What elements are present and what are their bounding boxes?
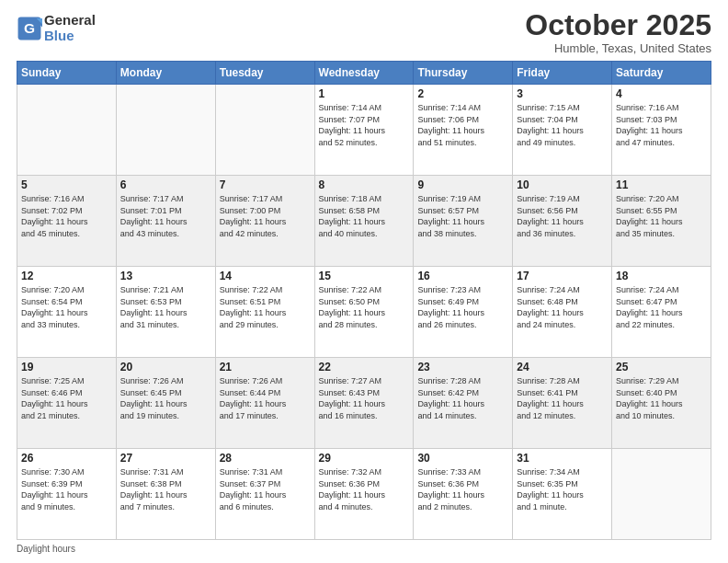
logo-icon: G — [17, 16, 42, 41]
day-number: 7 — [220, 178, 311, 191]
calendar-cell: 2Sunrise: 7:14 AM Sunset: 7:06 PM Daylig… — [414, 85, 513, 176]
calendar-cell: 8Sunrise: 7:18 AM Sunset: 6:58 PM Daylig… — [314, 176, 414, 267]
col-header-friday: Friday — [513, 62, 612, 85]
day-number: 10 — [517, 178, 608, 191]
day-number: 2 — [417, 87, 508, 100]
day-number: 22 — [319, 361, 410, 373]
day-number: 5 — [21, 178, 112, 191]
svg-text:G: G — [24, 19, 35, 35]
day-info: Sunrise: 7:31 AM Sunset: 6:37 PM Dayligh… — [220, 466, 311, 512]
calendar-cell — [215, 85, 314, 176]
calendar-cell: 6Sunrise: 7:17 AM Sunset: 7:01 PM Daylig… — [116, 176, 215, 267]
day-number: 31 — [517, 452, 608, 465]
day-info: Sunrise: 7:21 AM Sunset: 6:53 PM Dayligh… — [120, 284, 211, 330]
day-info: Sunrise: 7:22 AM Sunset: 6:51 PM Dayligh… — [220, 284, 311, 330]
calendar-table: SundayMondayTuesdayWednesdayThursdayFrid… — [17, 61, 711, 540]
logo-text-general: General — [44, 13, 96, 29]
day-info: Sunrise: 7:23 AM Sunset: 6:49 PM Dayligh… — [417, 284, 508, 330]
logo: G General Blue — [17, 13, 96, 43]
day-info: Sunrise: 7:31 AM Sunset: 6:38 PM Dayligh… — [120, 466, 211, 512]
day-number: 12 — [21, 270, 112, 282]
day-info: Sunrise: 7:29 AM Sunset: 6:40 PM Dayligh… — [616, 375, 707, 421]
calendar-cell — [17, 85, 117, 176]
calendar-week-1: 1Sunrise: 7:14 AM Sunset: 7:07 PM Daylig… — [17, 85, 711, 176]
day-number: 18 — [616, 270, 707, 282]
calendar-week-4: 19Sunrise: 7:25 AM Sunset: 6:46 PM Dayli… — [17, 358, 711, 449]
day-info: Sunrise: 7:19 AM Sunset: 6:56 PM Dayligh… — [517, 193, 608, 239]
calendar-cell: 10Sunrise: 7:19 AM Sunset: 6:56 PM Dayli… — [513, 176, 612, 267]
day-number: 19 — [21, 361, 112, 373]
day-info: Sunrise: 7:14 AM Sunset: 7:07 PM Dayligh… — [319, 102, 410, 148]
calendar-cell: 21Sunrise: 7:26 AM Sunset: 6:44 PM Dayli… — [215, 358, 314, 449]
calendar-cell: 12Sunrise: 7:20 AM Sunset: 6:54 PM Dayli… — [17, 267, 117, 358]
calendar-cell: 20Sunrise: 7:26 AM Sunset: 6:45 PM Dayli… — [116, 358, 215, 449]
title-block: October 2025 Humble, Texas, United State… — [525, 9, 711, 55]
calendar-cell: 31Sunrise: 7:34 AM Sunset: 6:35 PM Dayli… — [513, 449, 612, 540]
col-header-saturday: Saturday — [612, 62, 711, 85]
day-info: Sunrise: 7:20 AM Sunset: 6:55 PM Dayligh… — [616, 193, 707, 239]
day-info: Sunrise: 7:24 AM Sunset: 6:47 PM Dayligh… — [616, 284, 707, 330]
day-number: 28 — [220, 452, 311, 465]
calendar-cell: 13Sunrise: 7:21 AM Sunset: 6:53 PM Dayli… — [116, 267, 215, 358]
day-info: Sunrise: 7:27 AM Sunset: 6:43 PM Dayligh… — [319, 375, 410, 421]
day-number: 11 — [616, 178, 707, 191]
day-info: Sunrise: 7:28 AM Sunset: 6:41 PM Dayligh… — [517, 375, 608, 421]
calendar-cell: 22Sunrise: 7:27 AM Sunset: 6:43 PM Dayli… — [314, 358, 414, 449]
calendar-cell: 25Sunrise: 7:29 AM Sunset: 6:40 PM Dayli… — [612, 358, 711, 449]
day-info: Sunrise: 7:30 AM Sunset: 6:39 PM Dayligh… — [21, 466, 112, 512]
col-header-monday: Monday — [116, 62, 215, 85]
day-info: Sunrise: 7:24 AM Sunset: 6:48 PM Dayligh… — [517, 284, 608, 330]
day-info: Sunrise: 7:28 AM Sunset: 6:42 PM Dayligh… — [417, 375, 508, 421]
day-number: 1 — [319, 87, 410, 100]
day-info: Sunrise: 7:19 AM Sunset: 6:57 PM Dayligh… — [417, 193, 508, 239]
calendar-header-row: SundayMondayTuesdayWednesdayThursdayFrid… — [17, 62, 711, 85]
day-number: 29 — [319, 452, 410, 465]
calendar-cell: 9Sunrise: 7:19 AM Sunset: 6:57 PM Daylig… — [414, 176, 513, 267]
day-number: 14 — [220, 270, 311, 282]
calendar-cell: 16Sunrise: 7:23 AM Sunset: 6:49 PM Dayli… — [414, 267, 513, 358]
calendar-cell — [612, 449, 711, 540]
calendar-cell: 5Sunrise: 7:16 AM Sunset: 7:02 PM Daylig… — [17, 176, 117, 267]
day-info: Sunrise: 7:18 AM Sunset: 6:58 PM Dayligh… — [319, 193, 410, 239]
col-header-thursday: Thursday — [414, 62, 513, 85]
logo-text-blue: Blue — [44, 29, 96, 44]
calendar-week-3: 12Sunrise: 7:20 AM Sunset: 6:54 PM Dayli… — [17, 267, 711, 358]
calendar-cell — [116, 85, 215, 176]
day-info: Sunrise: 7:14 AM Sunset: 7:06 PM Dayligh… — [417, 102, 508, 148]
day-number: 24 — [517, 361, 608, 373]
location: Humble, Texas, United States — [525, 41, 711, 55]
day-info: Sunrise: 7:16 AM Sunset: 7:02 PM Dayligh… — [21, 193, 112, 239]
day-number: 17 — [517, 270, 608, 282]
day-info: Sunrise: 7:17 AM Sunset: 7:00 PM Dayligh… — [220, 193, 311, 239]
calendar-cell: 7Sunrise: 7:17 AM Sunset: 7:00 PM Daylig… — [215, 176, 314, 267]
day-info: Sunrise: 7:33 AM Sunset: 6:36 PM Dayligh… — [417, 466, 508, 512]
month-title: October 2025 — [525, 9, 711, 41]
calendar-cell: 19Sunrise: 7:25 AM Sunset: 6:46 PM Dayli… — [17, 358, 117, 449]
day-number: 9 — [417, 178, 508, 191]
day-number: 4 — [616, 87, 707, 100]
calendar-cell: 1Sunrise: 7:14 AM Sunset: 7:07 PM Daylig… — [314, 85, 414, 176]
calendar-cell: 26Sunrise: 7:30 AM Sunset: 6:39 PM Dayli… — [17, 449, 117, 540]
calendar-cell: 4Sunrise: 7:16 AM Sunset: 7:03 PM Daylig… — [612, 85, 711, 176]
day-number: 13 — [120, 270, 211, 282]
day-info: Sunrise: 7:26 AM Sunset: 6:45 PM Dayligh… — [120, 375, 211, 421]
calendar-cell: 17Sunrise: 7:24 AM Sunset: 6:48 PM Dayli… — [513, 267, 612, 358]
day-info: Sunrise: 7:26 AM Sunset: 6:44 PM Dayligh… — [220, 375, 311, 421]
day-number: 23 — [417, 361, 508, 373]
calendar-cell: 15Sunrise: 7:22 AM Sunset: 6:50 PM Dayli… — [314, 267, 414, 358]
day-number: 30 — [417, 452, 508, 465]
calendar-cell: 30Sunrise: 7:33 AM Sunset: 6:36 PM Dayli… — [414, 449, 513, 540]
day-number: 20 — [120, 361, 211, 373]
day-number: 16 — [417, 270, 508, 282]
calendar-cell: 11Sunrise: 7:20 AM Sunset: 6:55 PM Dayli… — [612, 176, 711, 267]
day-info: Sunrise: 7:20 AM Sunset: 6:54 PM Dayligh… — [21, 284, 112, 330]
day-info: Sunrise: 7:34 AM Sunset: 6:35 PM Dayligh… — [517, 466, 608, 512]
day-number: 6 — [120, 178, 211, 191]
day-info: Sunrise: 7:25 AM Sunset: 6:46 PM Dayligh… — [21, 375, 112, 421]
calendar-cell: 23Sunrise: 7:28 AM Sunset: 6:42 PM Dayli… — [414, 358, 513, 449]
calendar-cell: 24Sunrise: 7:28 AM Sunset: 6:41 PM Dayli… — [513, 358, 612, 449]
calendar-cell: 27Sunrise: 7:31 AM Sunset: 6:38 PM Dayli… — [116, 449, 215, 540]
day-info: Sunrise: 7:17 AM Sunset: 7:01 PM Dayligh… — [120, 193, 211, 239]
header: G General Blue October 2025 Humble, Texa… — [17, 9, 711, 55]
col-header-sunday: Sunday — [17, 62, 117, 85]
